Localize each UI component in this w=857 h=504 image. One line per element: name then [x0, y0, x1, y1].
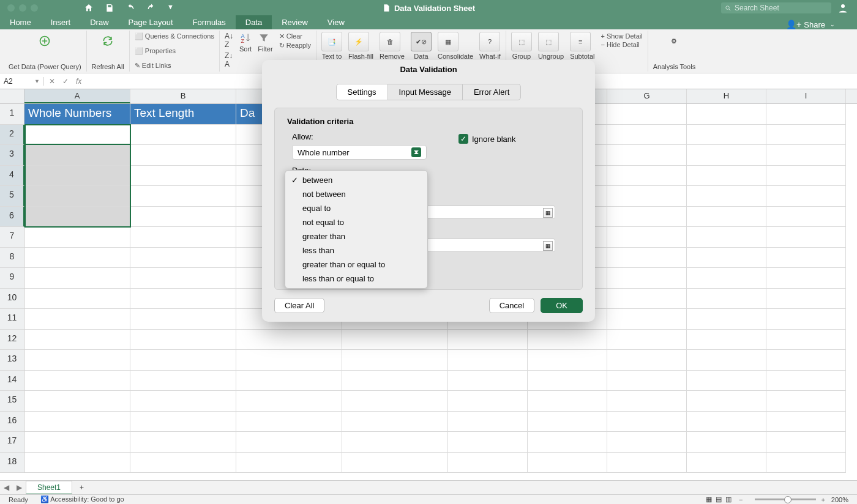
- row-header[interactable]: 2: [0, 125, 24, 146]
- cell[interactable]: [342, 371, 448, 391]
- row-header[interactable]: 8: [0, 248, 24, 269]
- cell[interactable]: [130, 268, 236, 289]
- cell[interactable]: [130, 248, 236, 269]
- cell[interactable]: [687, 289, 766, 309]
- ok-button[interactable]: OK: [541, 298, 583, 313]
- cell[interactable]: [448, 371, 528, 391]
- cell[interactable]: [448, 391, 528, 412]
- consolidate-button[interactable]: ▦Consolidate: [438, 32, 473, 60]
- data-validation-button[interactable]: ✔⊘Data: [411, 32, 432, 60]
- view-page-icon[interactable]: ▤: [716, 495, 722, 503]
- cell[interactable]: [448, 432, 528, 453]
- sheet-tab-1[interactable]: Sheet1: [26, 481, 72, 495]
- clear-filter-button[interactable]: ✕ Clear: [279, 32, 311, 41]
- cell[interactable]: [236, 330, 342, 350]
- cell[interactable]: [342, 391, 448, 412]
- cell[interactable]: [687, 207, 766, 228]
- dd-equal-to[interactable]: equal to: [285, 201, 427, 215]
- cell[interactable]: [24, 125, 130, 146]
- cell[interactable]: [24, 248, 130, 269]
- cell[interactable]: [766, 207, 846, 228]
- cell[interactable]: [528, 453, 607, 473]
- add-sheet-button[interactable]: +: [72, 481, 91, 494]
- row-header[interactable]: 9: [0, 268, 24, 289]
- text-to-columns-button[interactable]: 📑Text to: [321, 32, 342, 60]
- cell[interactable]: [687, 371, 766, 391]
- cell[interactable]: [766, 350, 846, 371]
- cell[interactable]: [236, 453, 342, 473]
- cell[interactable]: [236, 391, 342, 412]
- cell[interactable]: [607, 207, 687, 228]
- ungroup-button[interactable]: ⬚Ungroup: [538, 32, 564, 60]
- tab-data[interactable]: Data: [236, 15, 272, 29]
- cell[interactable]: [607, 104, 687, 125]
- clear-all-button[interactable]: Clear All: [274, 298, 324, 313]
- cell[interactable]: [528, 412, 607, 432]
- tab-formulas[interactable]: Formulas: [183, 15, 236, 29]
- cell[interactable]: [448, 330, 528, 350]
- cell[interactable]: Text Length: [130, 104, 236, 125]
- cell[interactable]: [130, 125, 236, 146]
- cell[interactable]: [766, 248, 846, 269]
- row-header[interactable]: 12: [0, 330, 24, 350]
- dd-gte[interactable]: greater than or equal to: [285, 258, 427, 272]
- cell[interactable]: [607, 391, 687, 412]
- cell[interactable]: [130, 350, 236, 371]
- cell[interactable]: [24, 166, 130, 187]
- column-header-i[interactable]: I: [766, 89, 846, 103]
- reapply-button[interactable]: ↻ Reapply: [279, 41, 311, 50]
- cell[interactable]: [687, 350, 766, 371]
- cell[interactable]: [342, 350, 448, 371]
- cell[interactable]: [766, 227, 846, 248]
- flash-fill-button[interactable]: ⚡Flash-fill: [348, 32, 373, 60]
- refresh-all-button[interactable]: Refresh All: [87, 31, 130, 72]
- show-detail-button[interactable]: + Show Detail: [601, 32, 643, 40]
- cell[interactable]: [130, 432, 236, 453]
- cell[interactable]: [607, 145, 687, 166]
- save-icon[interactable]: [105, 3, 114, 13]
- cell[interactable]: [236, 371, 342, 391]
- get-data-button[interactable]: Get Data (Power Query): [4, 31, 87, 72]
- cell[interactable]: [24, 268, 130, 289]
- tab-view[interactable]: View: [318, 15, 354, 29]
- cell[interactable]: [766, 268, 846, 289]
- cell[interactable]: [607, 289, 687, 309]
- row-header[interactable]: 15: [0, 391, 24, 412]
- cell[interactable]: [342, 453, 448, 473]
- cell[interactable]: [24, 412, 130, 432]
- cell[interactable]: [130, 207, 236, 228]
- column-header-a[interactable]: A: [24, 89, 130, 103]
- cell[interactable]: [607, 186, 687, 207]
- tab-insert[interactable]: Insert: [41, 15, 81, 29]
- cell[interactable]: [687, 186, 766, 207]
- cell[interactable]: [448, 453, 528, 473]
- hide-detail-button[interactable]: − Hide Detail: [601, 40, 643, 49]
- cell[interactable]: [24, 289, 130, 309]
- dd-not-between[interactable]: not between: [285, 187, 427, 201]
- cell[interactable]: [607, 227, 687, 248]
- fx-icon[interactable]: fx: [76, 77, 81, 86]
- cell[interactable]: [766, 125, 846, 146]
- cell[interactable]: [766, 309, 846, 330]
- range-picker-icon[interactable]: ▦: [543, 241, 553, 251]
- dialog-tab-input-message[interactable]: Input Message: [388, 84, 462, 100]
- cell[interactable]: [130, 453, 236, 473]
- zoom-in-button[interactable]: +: [821, 496, 825, 503]
- window-controls[interactable]: [0, 4, 38, 12]
- cell[interactable]: [607, 371, 687, 391]
- cell[interactable]: [766, 330, 846, 350]
- cell[interactable]: [130, 330, 236, 350]
- cell[interactable]: [687, 166, 766, 187]
- cell[interactable]: [130, 186, 236, 207]
- cell[interactable]: [24, 145, 130, 166]
- cell[interactable]: [448, 350, 528, 371]
- sort-button[interactable]: AZSort: [239, 32, 252, 53]
- what-if-button[interactable]: ?What-if: [479, 32, 501, 60]
- cell[interactable]: [24, 227, 130, 248]
- cell[interactable]: [528, 371, 607, 391]
- accessibility-status[interactable]: ♿ Accessibility: Good to go: [40, 495, 124, 503]
- cell[interactable]: [130, 166, 236, 187]
- cell[interactable]: [130, 412, 236, 432]
- tab-review[interactable]: Review: [272, 15, 318, 29]
- column-header-h[interactable]: H: [687, 89, 766, 103]
